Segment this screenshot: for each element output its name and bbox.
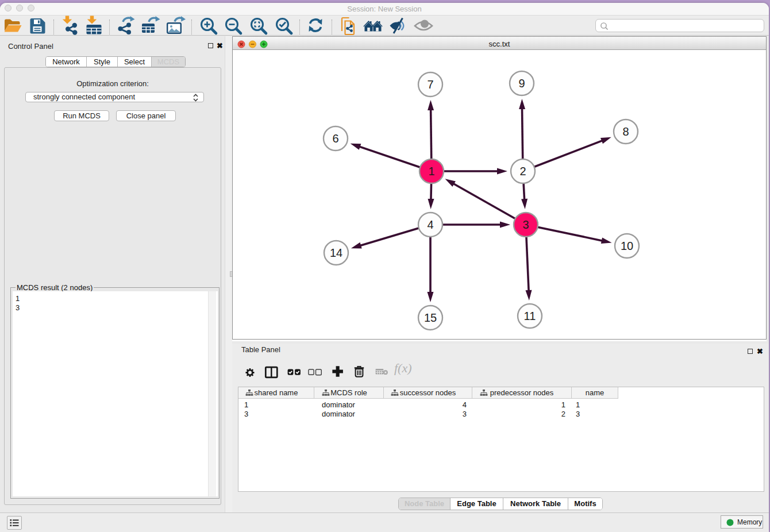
svg-text:14: 14: [330, 246, 342, 259]
svg-text:2: 2: [519, 165, 526, 178]
svg-text:1: 1: [428, 165, 434, 178]
svg-text:7: 7: [427, 78, 433, 91]
svg-text:6: 6: [332, 132, 338, 145]
svg-text:11: 11: [524, 310, 536, 322]
svg-text:8: 8: [622, 125, 629, 138]
svg-text:9: 9: [518, 77, 525, 90]
svg-text:15: 15: [424, 311, 437, 324]
svg-text:3: 3: [522, 218, 529, 231]
svg-text:4: 4: [427, 218, 433, 231]
svg-text:10: 10: [621, 240, 633, 252]
